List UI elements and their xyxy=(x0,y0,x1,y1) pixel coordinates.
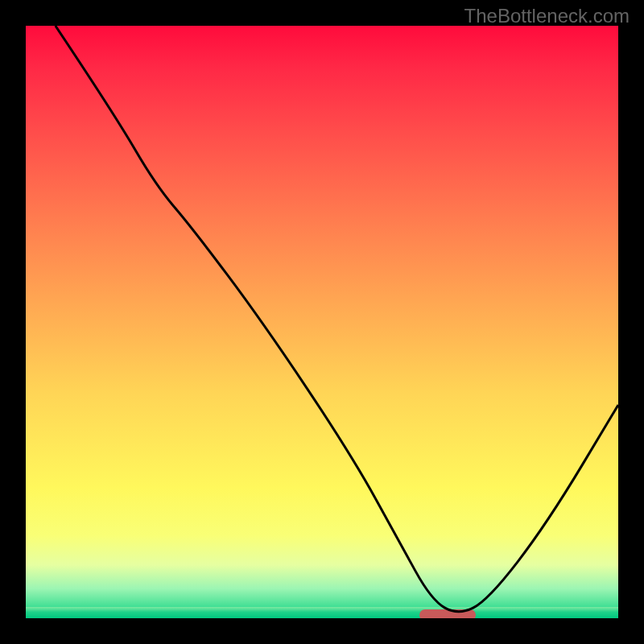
plot-area xyxy=(26,26,618,618)
bottleneck-curve-path xyxy=(56,26,618,612)
watermark-label: TheBottleneck.com xyxy=(464,5,630,27)
curve-layer xyxy=(26,26,618,618)
chart-frame: TheBottleneck.com xyxy=(0,0,644,644)
